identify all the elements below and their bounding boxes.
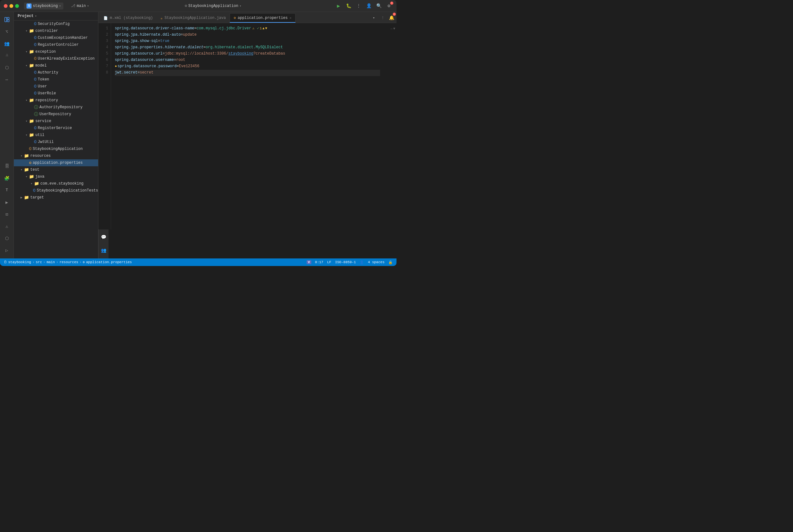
panel-header-title[interactable]: Project ▾ — [18, 14, 37, 18]
arrow-icon: ▾ — [19, 154, 24, 158]
tab-label-props: application.properties — [238, 16, 288, 20]
folder-icon: 📁 — [24, 195, 29, 200]
close-button[interactable] — [4, 4, 7, 8]
tree-label: controller — [35, 29, 58, 33]
tree-item[interactable]: © Authority — [14, 69, 98, 76]
expand-icon[interactable]: ▼ — [393, 27, 395, 31]
tree-item[interactable]: © StaybookingApplicationTests — [14, 187, 98, 194]
more-actions-button[interactable]: ⋮ — [355, 2, 363, 10]
tab-app[interactable]: ☕ StaybookingApplication.java — [157, 13, 230, 23]
tree-item[interactable]: ▾ 📁 repository — [14, 97, 98, 104]
tab-recent-button[interactable]: ▾ — [370, 14, 378, 21]
sidebar-icon-vcs[interactable]: ⌥ — [2, 26, 12, 37]
sidebar-icon-problems[interactable]: ⚠ — [2, 221, 12, 231]
sidebar-icon-run[interactable]: ▶ — [2, 197, 12, 207]
line-number-5: 5 — [98, 51, 108, 57]
tree-item[interactable]: ▶ 📁 target — [14, 194, 98, 201]
code-eq: = — [158, 38, 160, 44]
class-icon: © — [34, 84, 37, 89]
check-icon: ✓ — [257, 26, 259, 32]
breadcrumb-sep-3: › — [56, 260, 58, 264]
sidebar-icon-text[interactable]: T — [2, 185, 12, 195]
tree-item[interactable]: © Token — [14, 76, 98, 83]
tree-item[interactable]: ▾ 📁 test — [14, 166, 98, 173]
branch-name: main — [77, 4, 86, 8]
settings-button[interactable]: ⚙ ! — [385, 2, 393, 10]
minimize-button[interactable] — [9, 4, 13, 8]
maximize-button[interactable] — [15, 4, 19, 8]
tree-item[interactable]: © StaybookingApplication — [14, 146, 98, 152]
tree-item[interactable]: © UserRole — [14, 90, 98, 97]
tree-item[interactable]: ▾ 📁 com.eve.staybooking — [14, 180, 98, 187]
arrow-icon: ▾ — [24, 98, 29, 102]
tree-label: StaybookingApplication — [33, 147, 83, 151]
tab-icon-app: ☕ — [160, 16, 163, 20]
tab-close-icon[interactable]: ✕ — [290, 16, 291, 20]
tab-overflow-button[interactable]: ⋮ — [379, 14, 386, 21]
sidebar-icon-git[interactable]: ⬡ — [2, 233, 12, 243]
tree-item[interactable]: ▾ 📁 exception — [14, 48, 98, 55]
sidebar-icon-branches[interactable]: ⑃ — [2, 51, 12, 61]
tree-item[interactable]: © JwtUtil — [14, 138, 98, 146]
account-icon[interactable]: 👤 — [365, 2, 372, 10]
sidebar-icon-plugins[interactable]: ⬡ — [2, 62, 12, 73]
sidebar-icon-explorer[interactable] — [2, 15, 12, 25]
tree-item[interactable]: ▾ 📁 service — [14, 118, 98, 125]
code-content[interactable]: spring.datasource.driver-class-name = co… — [111, 23, 384, 229]
run-config-chevron-icon: ▾ — [239, 4, 241, 8]
tree-item[interactable]: ⓘ UserRepository — [14, 111, 98, 118]
breadcrumb-icon-props: ⚙ — [83, 260, 85, 264]
vim-mode: V — [307, 260, 311, 264]
line-number-3: 3 — [98, 38, 108, 44]
panel-title-text: Project — [18, 14, 34, 18]
class-icon: © — [34, 36, 37, 40]
debug-button[interactable]: 🐛 — [345, 2, 352, 10]
project-selector[interactable]: S staybooking ▾ — [24, 2, 63, 10]
breadcrumb-main: main — [47, 260, 55, 264]
code-line-4: spring.jpa.properties.hibernate.dialect … — [115, 44, 380, 51]
sidebar-icons: ⌥ 👥 ⑃ ⬡ ⋯ 🗄 🧩 T ▶ ⊡ ⚠ ⬡ ▷ — [0, 12, 14, 259]
tree-item[interactable]: ⓘ AuthorityRepository — [14, 104, 98, 111]
arrow-icon: ▾ — [24, 64, 29, 68]
run-button[interactable]: ▶ — [335, 2, 342, 10]
tree-item[interactable]: © User — [14, 83, 98, 90]
tree-label: target — [30, 195, 44, 200]
sidebar-icon-commit[interactable]: 👥 — [2, 38, 12, 49]
arrow-icon: ▾ — [29, 182, 34, 186]
tree-item[interactable]: © UserAlreadyExistException — [14, 55, 98, 62]
tree-item[interactable]: © SecurityConfig — [14, 20, 98, 27]
panel-header: Project ▾ — [14, 12, 98, 20]
tree-item[interactable]: ▾ 📁 util — [14, 132, 98, 138]
titlebar-actions: ▶ 🐛 ⋮ 👤 🔍 ⚙ ! — [335, 2, 393, 10]
tree-item[interactable]: ▾ 📁 resources — [14, 152, 98, 159]
code-eq: = — [174, 57, 176, 63]
tree-item[interactable]: ▾ 📁 java — [14, 173, 98, 180]
tab-props[interactable]: ⚙ application.properties ✕ — [230, 13, 295, 23]
tree-item[interactable]: © RegisterController — [14, 41, 98, 48]
tree-item[interactable]: © RegisterService — [14, 125, 98, 132]
tree-item[interactable]: ▾ 📁 model — [14, 62, 98, 69]
code-value: secret — [140, 70, 153, 76]
tree-item-application-properties[interactable]: ⚙ application.properties — [14, 159, 98, 166]
code-line-5: spring.datasource.url = jdbc:mysql://loc… — [115, 51, 380, 57]
sidebar-icon-play[interactable]: ▷ — [2, 245, 12, 255]
folder-icon: 📁 — [29, 119, 34, 124]
tree-item[interactable]: © CustomExceptionHandler — [14, 34, 98, 41]
code-key: spring.datasource.url — [115, 51, 162, 57]
tree-item[interactable]: ▾ 📁 controller — [14, 27, 98, 34]
tab-pom[interactable]: 📄 m.xml (staybooking) — [100, 13, 157, 23]
sidebar-icon-more[interactable]: ⋯ — [2, 74, 12, 84]
run-configuration[interactable]: ⚙ StaybookingApplication ▾ — [185, 3, 241, 8]
sidebar-icon-terminal[interactable]: ⊡ — [2, 209, 12, 219]
file-tree-panel: Project ▾ © SecurityConfig ▾ 📁 controlle… — [14, 12, 98, 259]
code-value: jdbc:mysql://localhost:3306/ — [165, 51, 228, 57]
branch-selector[interactable]: ⎇ main ▾ — [69, 2, 92, 9]
right-icon-collab[interactable]: 💬 — [99, 232, 109, 242]
collapse-icon[interactable]: — — [390, 27, 393, 31]
notification-button[interactable]: 🔔 ! — [388, 14, 395, 21]
right-icon-people[interactable]: 👥 — [99, 245, 109, 255]
search-button[interactable]: 🔍 — [375, 2, 383, 10]
sidebar-icon-extensions[interactable]: 🧩 — [2, 173, 12, 183]
sidebar-icon-database[interactable]: 🗄 — [2, 161, 12, 171]
class-icon: © — [34, 70, 37, 75]
